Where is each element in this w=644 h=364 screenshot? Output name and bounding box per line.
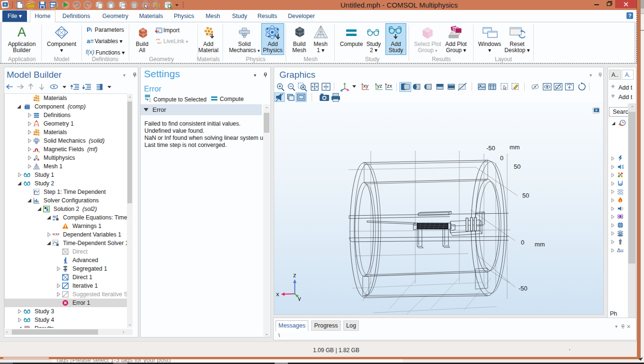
svg-text:x: x (276, 291, 279, 298)
svg-text:Δu: Δu (617, 247, 623, 253)
svg-text:y: y (298, 295, 301, 301)
svg-text:yz: yz (377, 83, 382, 89)
svg-text:zx: zx (387, 83, 393, 89)
svg-text:z: z (293, 272, 296, 279)
svg-text:xy: xy (363, 83, 369, 89)
